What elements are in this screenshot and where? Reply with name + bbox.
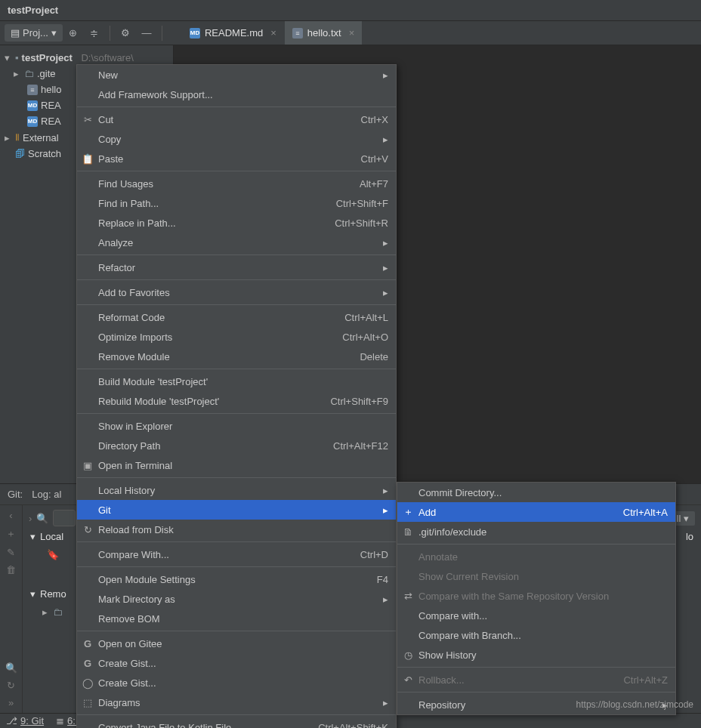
menu-item-label: Cut: [98, 114, 113, 125]
expand-arrow-icon[interactable]: ▾: [30, 531, 36, 542]
branch-filter-label: ll ▾: [677, 513, 689, 524]
menu-separator: [77, 477, 396, 478]
menu-item-icon: 📋: [82, 153, 94, 165]
menu-item[interactable]: GCreate Gist...: [77, 653, 396, 673]
menu-item[interactable]: 🗎.git/info/exclude: [397, 522, 675, 541]
menu-item[interactable]: Find UsagesAlt+F7: [77, 174, 396, 193]
menu-item-label: Rollback...: [418, 674, 465, 686]
menu-item[interactable]: Remove ModuleDelete: [77, 347, 396, 366]
status-git[interactable]: ⎇ 9: Git: [6, 715, 44, 726]
menu-item[interactable]: ◷Show History: [397, 645, 675, 665]
menu-separator: [77, 254, 396, 255]
section-label: Remo: [40, 588, 66, 600]
menu-item-icon: ＋: [402, 505, 414, 519]
menu-item[interactable]: Compare with...: [397, 606, 675, 625]
section-label: Local: [40, 531, 63, 542]
folder-icon: ▤: [11, 27, 20, 39]
menu-item[interactable]: Remove BOM: [77, 609, 396, 628]
tree-item-label: REA: [41, 116, 61, 127]
menu-item[interactable]: Mark Directory as▸: [77, 589, 396, 609]
folder-icon: 🗀: [53, 606, 63, 618]
menu-item-label: Show History: [418, 649, 477, 661]
submenu-arrow-icon: ▸: [365, 69, 388, 81]
git-log-tab[interactable]: Log: al: [32, 489, 61, 500]
refresh-icon[interactable]: ↻: [7, 680, 15, 691]
menu-item[interactable]: Convert Java File to Kotlin FileCtrl+Alt…: [77, 717, 396, 728]
menu-item[interactable]: ✂CutCtrl+X: [77, 110, 396, 129]
menu-item[interactable]: New▸: [77, 65, 396, 85]
menu-item[interactable]: Analyze▸: [77, 233, 396, 252]
more-icon[interactable]: »: [8, 697, 14, 708]
menu-item[interactable]: ＋AddCtrl+Alt+A: [397, 502, 675, 522]
menu-item-label: Diagrams: [98, 697, 141, 708]
menu-item-label: Open Module Settings: [98, 574, 196, 585]
search-icon[interactable]: 🔍: [5, 662, 17, 674]
git-search-input[interactable]: [53, 510, 76, 526]
menu-item[interactable]: ↻Reload from Disk: [77, 520, 396, 539]
tree-root[interactable]: ▾ ▪ testProject D:\software\: [0, 50, 173, 66]
menu-item[interactable]: Optimize ImportsCtrl+Alt+O: [77, 327, 396, 347]
title-bar: testProject: [0, 0, 701, 21]
menu-item[interactable]: Rebuild Module 'testProject'Ctrl+Shift+F…: [77, 391, 396, 411]
expand-arrow-icon[interactable]: ▾: [5, 52, 12, 63]
collapse-icon[interactable]: ≑: [85, 24, 103, 42]
tree-item-label: External: [23, 132, 59, 143]
tab-hello[interactable]: ≡ hello.txt ×: [285, 21, 363, 45]
menu-item-label: Paste: [98, 153, 123, 165]
menu-item: ↶Rollback...Ctrl+Alt+Z: [397, 670, 675, 689]
menu-item-label: .git/info/exclude: [418, 526, 486, 538]
menu-item[interactable]: Add to Favorites▸: [77, 282, 396, 302]
close-icon[interactable]: ×: [349, 27, 355, 39]
menu-item-label: Mark Directory as: [98, 594, 175, 605]
menu-shortcut: Ctrl+Alt+Z: [605, 674, 668, 686]
locate-icon[interactable]: ⊕: [64, 24, 82, 42]
git-label: Git:: [8, 489, 23, 500]
menu-item[interactable]: GOpen on Gitee: [77, 634, 396, 653]
menu-item-label: Commit Directory...: [418, 487, 502, 498]
gear-icon[interactable]: ⚙: [116, 24, 134, 42]
add-icon[interactable]: ＋: [6, 527, 16, 541]
menu-item[interactable]: Git▸: [77, 500, 396, 520]
menu-item-label: Replace in Path...: [98, 217, 176, 229]
delete-icon[interactable]: 🗑: [6, 564, 16, 575]
menu-item[interactable]: Replace in Path...Ctrl+Shift+R: [77, 213, 396, 233]
menu-item[interactable]: Open Module SettingsF4: [77, 569, 396, 589]
menu-item[interactable]: ⬚Diagrams▸: [77, 693, 396, 712]
menu-item[interactable]: Find in Path...Ctrl+Shift+F: [77, 193, 396, 213]
tab-readme[interactable]: MD README.md ×: [182, 21, 285, 45]
expand-arrow-icon[interactable]: ▸: [42, 606, 50, 618]
menu-item[interactable]: Add Framework Support...: [77, 85, 396, 104]
menu-item[interactable]: Copy▸: [77, 129, 396, 149]
project-view-dropdown[interactable]: ▤ Proj... ▾: [5, 24, 63, 42]
expand-arrow-icon[interactable]: ▾: [30, 588, 36, 600]
menu-item[interactable]: Refactor▸: [77, 258, 396, 277]
menu-shortcut: Alt+F7: [341, 178, 388, 190]
menu-item[interactable]: Show in Explorer: [77, 416, 396, 436]
menu-item[interactable]: ▣Open in Terminal: [77, 455, 396, 475]
expand-arrow-icon[interactable]: ▸: [5, 132, 12, 143]
menu-item[interactable]: Reformat CodeCtrl+Alt+L: [77, 307, 396, 327]
menu-item[interactable]: Commit Directory...: [397, 483, 675, 502]
menu-item[interactable]: Compare with Branch...: [397, 625, 675, 645]
menu-item[interactable]: Compare With...Ctrl+D: [77, 544, 396, 564]
library-icon: ⫴: [15, 131, 20, 143]
menu-item[interactable]: Directory PathCtrl+Alt+F12: [77, 436, 396, 455]
menu-separator: [77, 566, 396, 567]
close-icon[interactable]: ×: [270, 27, 276, 39]
hide-icon[interactable]: —: [137, 24, 156, 42]
menu-item[interactable]: Local History▸: [77, 480, 396, 500]
menu-item-icon: G: [82, 638, 94, 649]
menu-item[interactable]: Build Module 'testProject': [77, 372, 396, 391]
menu-item-label: Analyze: [98, 237, 133, 248]
edit-icon[interactable]: ✎: [7, 547, 15, 558]
menu-item[interactable]: 📋PasteCtrl+V: [77, 149, 396, 168]
submenu-arrow-icon: ▸: [365, 485, 388, 496]
menu-item-label: Rebuild Module 'testProject': [98, 396, 219, 407]
search-icon: 🔍: [36, 513, 48, 524]
menu-item[interactable]: ◯Create Gist...: [77, 673, 396, 693]
expand-arrow-icon[interactable]: ▸: [14, 68, 21, 79]
nav-forward-icon[interactable]: ›: [29, 513, 32, 524]
chevron-down-icon: ▾: [51, 27, 57, 39]
tree-item-label: .gite: [37, 68, 56, 79]
nav-back-icon[interactable]: ‹: [9, 510, 12, 521]
